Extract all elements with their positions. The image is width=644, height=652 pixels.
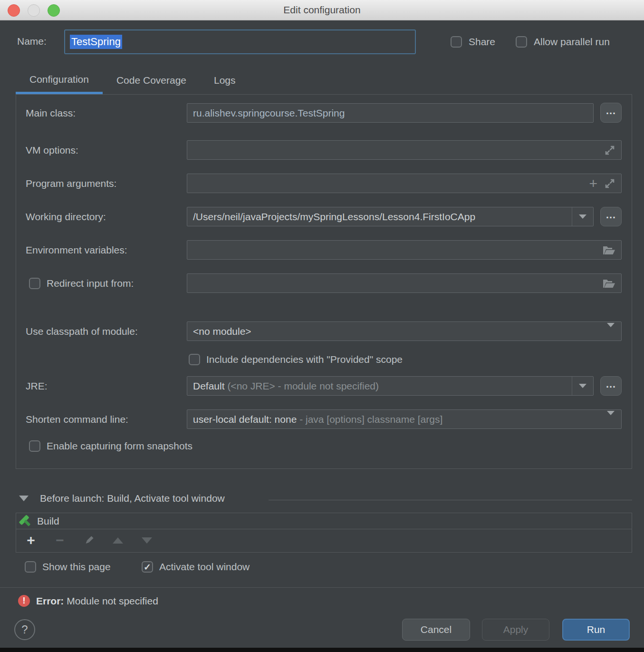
show-this-page-label: Show this page: [42, 561, 111, 573]
show-this-page-row: Show this page: [25, 561, 111, 573]
titlebar: Edit configuration: [0, 0, 644, 20]
plus-icon[interactable]: +: [589, 176, 597, 191]
jre-browse-button[interactable]: …: [600, 376, 622, 396]
activate-tool-window-row: ✓ Activate tool window: [142, 561, 250, 573]
shorten-command-line-value: user-local default: none - java [options…: [187, 414, 607, 425]
move-task-up-button[interactable]: [111, 537, 125, 544]
tab-configuration[interactable]: Configuration: [16, 67, 103, 94]
jre-combobox[interactable]: Default (<no JRE> - module not specified…: [187, 376, 594, 396]
chevron-down-icon: [607, 415, 621, 424]
enable-capturing-checkbox[interactable]: [29, 440, 40, 452]
arrow-up-icon: [113, 537, 123, 544]
share-label: Share: [469, 36, 495, 48]
shorten-command-line-label: Shorten command line:: [26, 409, 128, 429]
environment-variables-input[interactable]: [187, 240, 622, 260]
error-prefix: Error:: [36, 595, 64, 606]
vm-options-input[interactable]: [187, 140, 622, 160]
arrow-down-icon: [142, 537, 152, 544]
program-arguments-label: Program arguments:: [26, 174, 116, 193]
open-folder-icon[interactable]: [603, 245, 615, 255]
redirect-input-checkbox[interactable]: [29, 278, 40, 289]
expand-icon[interactable]: [604, 145, 615, 156]
working-directory-value: /Users/neil/javaProjects/mySpringLessons…: [187, 211, 572, 223]
working-directory-dropdown-button[interactable]: [572, 207, 593, 226]
error-text: Error: Module not specified: [36, 595, 158, 607]
enable-capturing-row: Enable capturing form snapshots: [29, 440, 192, 452]
name-input-value: TestSpring: [70, 35, 122, 49]
chevron-down-icon: [579, 214, 586, 219]
chevron-down-icon: [579, 384, 586, 388]
before-launch-title: Before launch: Build, Activate tool wind…: [40, 493, 225, 504]
working-directory-combobox[interactable]: /Users/neil/javaProjects/mySpringLessons…: [187, 207, 594, 226]
main-class-input[interactable]: ru.alishev.springcourse.TestSpring: [187, 103, 594, 123]
allow-parallel-checkbox[interactable]: [516, 36, 527, 48]
shorten-value-primary: user-local default: none: [193, 414, 297, 425]
vm-options-label: VM options:: [26, 140, 78, 160]
chevron-down-icon: [607, 327, 621, 336]
environment-variables-label: Environment variables:: [26, 240, 127, 260]
redirect-input-input[interactable]: [187, 273, 622, 293]
check-icon: ✓: [144, 563, 151, 572]
move-task-down-button[interactable]: [140, 537, 154, 544]
working-directory-label: Working directory:: [26, 207, 106, 226]
close-window-button[interactable]: [8, 4, 20, 17]
collapse-triangle-icon[interactable]: [19, 496, 29, 501]
minimize-window-button[interactable]: [28, 4, 40, 17]
tab-logs[interactable]: Logs: [200, 67, 250, 94]
main-class-browse-button[interactable]: …: [600, 103, 622, 123]
jre-label: JRE:: [26, 376, 48, 396]
main-class-label: Main class:: [26, 103, 76, 123]
program-arguments-input[interactable]: +: [187, 174, 622, 193]
share-checkbox-row: Share: [451, 36, 495, 48]
help-button[interactable]: ?: [14, 619, 35, 640]
cancel-button[interactable]: Cancel: [402, 619, 470, 641]
shorten-value-secondary: - java [options] classname [args]: [297, 414, 442, 425]
name-input[interactable]: TestSpring: [64, 29, 416, 54]
include-dependencies-checkbox[interactable]: [189, 354, 200, 365]
jre-value-secondary: (<no JRE> - module not specified): [227, 380, 379, 391]
share-checkbox[interactable]: [451, 36, 462, 48]
edit-task-button[interactable]: [82, 535, 96, 546]
zoom-window-button[interactable]: [48, 4, 60, 17]
name-label: Name:: [17, 36, 47, 47]
task-label: Build: [37, 516, 59, 527]
redirect-input-label: Redirect input from:: [47, 278, 134, 289]
run-button[interactable]: Run: [562, 619, 630, 641]
open-folder-icon[interactable]: [603, 278, 615, 289]
allow-parallel-row: Allow parallel run: [516, 36, 610, 48]
activate-tool-window-checkbox[interactable]: ✓: [142, 561, 153, 573]
pencil-icon: [83, 535, 95, 546]
apply-button[interactable]: Apply: [482, 619, 549, 641]
before-launch-task-list: Build + −: [16, 513, 632, 553]
expand-icon[interactable]: [604, 178, 615, 189]
enable-capturing-label: Enable capturing form snapshots: [47, 440, 192, 452]
remove-task-button[interactable]: −: [53, 532, 67, 548]
task-row-build[interactable]: Build: [16, 513, 632, 529]
hammer-icon: [19, 515, 32, 528]
jre-value: Default (<no JRE> - module not specified…: [187, 380, 572, 392]
traffic-lights: [8, 4, 60, 17]
activate-tool-window-label: Activate tool window: [159, 561, 250, 573]
error-separator: [0, 587, 644, 588]
before-launch-separator: [269, 500, 632, 500]
use-classpath-combobox[interactable]: <no module>: [187, 321, 622, 341]
include-dependencies-label: Include dependencies with "Provided" sco…: [206, 354, 403, 365]
use-classpath-value: <no module>: [187, 326, 607, 337]
before-launch-header[interactable]: Before launch: Build, Activate tool wind…: [19, 493, 225, 504]
use-classpath-label: Use classpath of module:: [26, 321, 138, 341]
allow-parallel-label: Allow parallel run: [534, 36, 610, 48]
edit-configuration-dialog: Edit configuration Name: TestSpring Shar…: [0, 0, 644, 652]
window-bottom-edge: [0, 648, 644, 652]
task-list-toolbar: + −: [16, 529, 632, 551]
add-task-button[interactable]: +: [24, 532, 38, 548]
tab-code-coverage[interactable]: Code Coverage: [103, 67, 200, 94]
shorten-command-line-combobox[interactable]: user-local default: none - java [options…: [187, 409, 622, 429]
error-message-row: ! Error: Module not specified: [18, 595, 158, 607]
configuration-panel: Main class: ru.alishev.springcourse.Test…: [16, 94, 632, 469]
tab-bar: Configuration Code Coverage Logs: [16, 67, 250, 94]
redirect-input-row: Redirect input from:: [29, 278, 134, 289]
show-this-page-checkbox[interactable]: [25, 561, 36, 573]
jre-value-primary: Default: [193, 380, 227, 391]
working-directory-browse-button[interactable]: …: [600, 207, 622, 226]
jre-dropdown-button[interactable]: [572, 377, 593, 395]
